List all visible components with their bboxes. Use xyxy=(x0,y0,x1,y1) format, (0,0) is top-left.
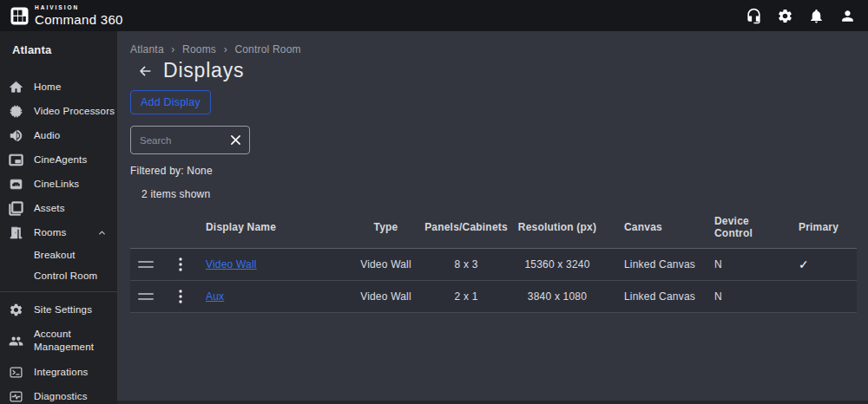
col-resolution: Resolution (px) xyxy=(510,212,605,249)
breadcrumb: Atlanta › Rooms › Control Room xyxy=(130,43,868,55)
door-icon xyxy=(9,225,23,240)
back-arrow-icon[interactable] xyxy=(136,62,154,80)
actions-cell xyxy=(161,281,200,313)
canvas-cell: Linked Canvas xyxy=(605,281,700,313)
sidebar: Atlanta Home Video Processors Audio Cine… xyxy=(0,31,117,404)
home-icon xyxy=(9,80,23,94)
device-control-cell: N xyxy=(700,281,787,313)
ethernet-port-icon xyxy=(9,177,23,192)
resolution-cell: 15360 x 3240 xyxy=(510,249,605,281)
canvas-cell: Linked Canvas xyxy=(605,249,700,281)
gear-icon xyxy=(9,303,23,317)
sidebar-item-cinelinks[interactable]: CineLinks xyxy=(0,172,117,196)
horizontal-scrollbar-track xyxy=(117,401,868,404)
app-logo: HAIVISION Command 360 xyxy=(10,5,123,26)
items-count: 2 items shown xyxy=(141,188,868,200)
drag-column-header xyxy=(130,212,161,249)
kebab-menu-icon[interactable] xyxy=(179,290,182,303)
type-cell: Video Wall xyxy=(349,249,423,281)
drag-cell xyxy=(130,281,161,313)
brand-company: HAIVISION xyxy=(35,5,123,11)
sidebar-item-home[interactable]: Home xyxy=(0,75,117,99)
kebab-menu-icon[interactable] xyxy=(179,257,182,271)
user-account-icon[interactable] xyxy=(839,8,856,24)
breadcrumb-control-room: Control Room xyxy=(234,43,300,55)
sidebar-item-site-settings[interactable]: Site Settings xyxy=(0,297,117,322)
table-row: Aux Video Wall 2 x 1 3840 x 1080 Linked … xyxy=(130,281,857,313)
drag-handle-icon[interactable] xyxy=(138,293,154,300)
support-headset-icon[interactable] xyxy=(746,8,762,24)
col-device-control: Device Control xyxy=(700,212,787,249)
terminal-icon xyxy=(9,365,23,380)
chevron-up-icon xyxy=(97,228,107,238)
chip-icon xyxy=(9,104,23,119)
pulse-waveform-icon xyxy=(9,389,23,404)
sidebar-item-video-processors[interactable]: Video Processors xyxy=(0,99,117,123)
display-link[interactable]: Video Wall xyxy=(206,258,257,270)
window-widget-icon xyxy=(9,153,23,167)
breadcrumb-separator: › xyxy=(171,43,174,55)
sidebar-item-integrations[interactable]: Integrations xyxy=(0,360,117,384)
breadcrumb-separator: › xyxy=(224,43,227,55)
people-icon xyxy=(9,334,23,349)
search-input[interactable] xyxy=(140,135,220,146)
table-header-row: Display Name Type Panels/Cabinets Resolu… xyxy=(130,212,857,249)
sidebar-item-assets[interactable]: Assets xyxy=(0,196,117,220)
col-panels-cabinets: Panels/Cabinets xyxy=(423,212,510,249)
drag-cell xyxy=(130,249,161,281)
breadcrumb-atlanta[interactable]: Atlanta xyxy=(130,43,164,55)
displays-table: Display Name Type Panels/Cabinets Resolu… xyxy=(130,212,857,313)
resolution-cell: 3840 x 1080 xyxy=(510,281,605,313)
col-primary: Primary xyxy=(787,212,857,249)
layers-icon xyxy=(9,201,23,216)
col-type: Type xyxy=(349,212,423,249)
table-row: Video Wall Video Wall 8 x 3 15360 x 3240… xyxy=(130,249,857,281)
speaker-icon xyxy=(9,128,23,143)
haivision-logo-icon xyxy=(10,7,29,25)
brand-product: Command 360 xyxy=(35,13,123,26)
sidebar-divider xyxy=(0,291,117,292)
panels-cell: 8 x 3 xyxy=(423,249,510,281)
primary-cell: ✓ xyxy=(787,249,857,281)
sidebar-item-rooms[interactable]: Rooms xyxy=(0,220,117,244)
sidebar-item-breakout[interactable]: Breakout xyxy=(0,244,117,265)
display-link[interactable]: Aux xyxy=(206,290,224,303)
actions-column-header xyxy=(161,212,200,249)
sidebar-item-account-management[interactable]: Account Management xyxy=(0,322,117,360)
page-title: Displays xyxy=(163,59,244,82)
clear-search-icon[interactable] xyxy=(230,134,241,146)
panels-cell: 2 x 1 xyxy=(423,281,510,313)
type-cell: Video Wall xyxy=(349,281,423,313)
brand-text: HAIVISION Command 360 xyxy=(35,5,123,26)
sidebar-item-diagnostics[interactable]: Diagnostics xyxy=(0,384,117,404)
sidebar-nav: Home Video Processors Audio CineAgents C… xyxy=(0,67,117,404)
add-display-button[interactable]: Add Display xyxy=(130,90,211,114)
sidebar-item-control-room[interactable]: Control Room xyxy=(0,265,117,286)
top-bar: HAIVISION Command 360 xyxy=(0,0,868,31)
drag-handle-icon[interactable] xyxy=(138,261,154,268)
breadcrumb-rooms[interactable]: Rooms xyxy=(182,43,216,55)
topbar-icon-group xyxy=(746,8,856,24)
title-row: Displays xyxy=(136,59,868,82)
site-name: Atlanta xyxy=(0,31,117,67)
checkmark-icon: ✓ xyxy=(799,257,809,271)
col-display-name: Display Name xyxy=(200,212,349,249)
sidebar-item-audio[interactable]: Audio xyxy=(0,123,117,147)
actions-cell xyxy=(161,249,200,281)
main-content: Atlanta › Rooms › Control Room Displays … xyxy=(117,31,868,404)
filter-status: Filtered by: None xyxy=(130,165,868,177)
notifications-bell-icon[interactable] xyxy=(808,8,825,24)
col-canvas: Canvas xyxy=(605,212,700,249)
settings-gear-icon[interactable] xyxy=(777,8,793,24)
sidebar-item-cineagents[interactable]: CineAgents xyxy=(0,147,117,172)
search-box xyxy=(130,126,250,154)
display-name-cell: Aux xyxy=(200,281,349,313)
primary-cell xyxy=(787,281,857,313)
device-control-cell: N xyxy=(700,249,787,281)
display-name-cell: Video Wall xyxy=(200,249,349,281)
